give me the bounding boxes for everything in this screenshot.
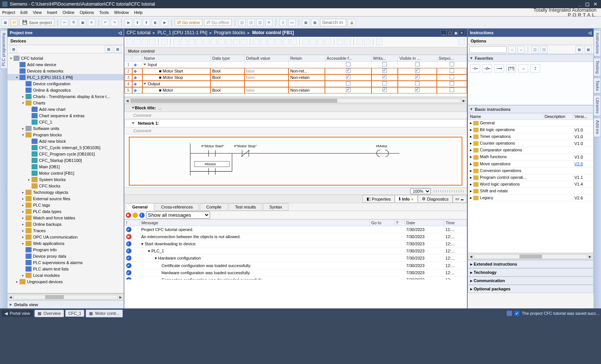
instruction-row[interactable]: ▸ Program control operati...V1.1 [468,174,593,181]
var-row[interactable]: 4◆ Output [125,81,467,87]
tree-expand-icon[interactable] [15,63,19,66]
tree-row[interactable]: ▾PLC_1 [CPU 1511-1 PN] [8,74,124,80]
etb-icon[interactable] [260,39,267,45]
project-tree-list[interactable]: ▾CFC tutorialAdd new deviceDevices & net… [8,53,124,293]
tree-expand-icon[interactable]: ▸ [21,273,25,277]
vtab-libraries[interactable]: Libraries [593,95,601,116]
tree-expand-icon[interactable]: ▸ [21,210,25,213]
tree-row[interactable]: ▸Ungrouped devices [8,278,124,285]
global-search-input[interactable] [320,19,346,26]
etb-icon[interactable] [337,39,343,45]
filter-warn-icon[interactable] [133,213,138,218]
etb-icon[interactable] [203,39,210,45]
checkbox[interactable] [346,75,350,79]
message-row[interactable]: Certificate configuration was loaded suc… [125,262,467,269]
favorites-body[interactable]: ⊣⊢⊣/⊢⟶[??]→⤴ [468,62,593,105]
communication-header[interactable]: ▸ Communication [468,276,593,285]
tree-row[interactable]: Online & diagnostics [8,87,124,93]
etb-icon[interactable] [268,39,274,45]
copy-icon[interactable]: ⧉ [70,19,77,26]
window-controls[interactable]: _ ▢ ✕ [578,2,599,7]
instruction-row[interactable]: ▸ Move operationsV2.6 [468,160,593,167]
tool-4-icon[interactable]: ▦ [302,19,310,26]
etb-icon[interactable] [344,39,351,45]
etb-icon[interactable] [317,39,324,45]
etb-icon[interactable] [364,39,370,45]
filter-info-icon[interactable] [139,213,145,218]
save-project-button[interactable]: 💾 Save project [20,19,54,26]
tree-expand-icon[interactable] [27,165,31,169]
var-row[interactable]: 2◆■ Motor StartBoolfalseNon-ret... [125,68,467,74]
tab-properties[interactable]: ◧ Properties [362,195,395,203]
go-offline-button[interactable]: ⇄ Go offline [204,19,232,26]
undo-icon[interactable]: ↶ [102,19,109,26]
tool-1-icon[interactable]: ◫ [238,19,246,26]
checkbox[interactable] [415,62,420,66]
menu-window[interactable]: Window [114,10,129,15]
portal-view-button[interactable]: ◀ Portal view [2,310,33,317]
bc-plc[interactable]: PLC_1 [CPU 1511-1 PN] [157,30,207,35]
instructions-table[interactable]: NameDescriptionVersi...▸ General▸ Bit lo… [468,113,593,201]
tree-expand-icon[interactable] [21,248,25,252]
tree-expand-icon[interactable] [27,152,31,156]
tree-row[interactable]: Device configuration [8,80,124,87]
checkbox[interactable] [346,81,350,86]
menu-project[interactable]: Project [2,10,15,15]
tree-expand-icon[interactable]: ▸ [21,229,25,233]
etb-icon[interactable] [127,39,133,45]
checkbox[interactable] [382,81,387,86]
variable-table[interactable]: NameData typeDefault valueRetainAccessib… [124,55,467,94]
opt-icon[interactable]: ▦ [584,46,592,53]
tree-row[interactable]: ▾Program blocks [8,131,124,138]
checkbox[interactable] [415,81,420,86]
block-title-row[interactable]: Block title: ... [124,104,467,112]
network1-header[interactable]: Network 1: [124,119,467,127]
tree-row[interactable]: PLC supervisions & alarms [8,259,124,266]
menu-view[interactable]: View [33,10,42,15]
subtab-xref[interactable]: Cross-references [155,203,199,211]
extended-instr-header[interactable]: ▸ Extended instructions [468,260,593,268]
bc-project[interactable]: CFC tutorial [127,30,151,35]
compile-icon[interactable]: ▶ [125,19,132,26]
etb-icon[interactable] [458,39,465,45]
tree-expand-icon[interactable] [21,267,25,271]
tree-expand-icon[interactable]: ▾ [21,133,25,137]
tool-2-icon[interactable]: ◫ [247,19,255,26]
tool-3-icon[interactable]: ◫ [256,19,264,26]
opt-pkg-header[interactable]: ▸ Optional packages [468,285,593,293]
checkbox[interactable] [450,68,454,73]
tree-row[interactable]: ▸Online backups [8,221,124,227]
vtab-instructions[interactable]: Instructions [593,30,601,56]
tree-expand-icon[interactable] [27,146,31,150]
start-icon[interactable]: ▶ [161,19,168,26]
cut-icon[interactable]: ✂ [61,19,68,26]
task-tab-overview[interactable]: ▦ Overview [35,310,64,317]
var-hscroll[interactable]: ◄► [124,97,467,104]
favorite-instruction-icon[interactable]: ⊣⊢ [470,64,480,72]
checkbox[interactable] [382,88,387,92]
editor-breadcrumb[interactable]: CFC tutorial▸ PLC_1 [CPU 1511-1 PN]▸ Pro… [124,29,467,37]
tree-row[interactable]: Devices & networks [8,68,124,74]
message-row[interactable]: An interconnection between the objects i… [125,233,467,240]
tree-expand-icon[interactable]: ▾ [9,56,13,60]
new-project-icon[interactable]: ▦ [2,19,9,26]
tree-row[interactable]: Device proxy data [8,253,124,259]
split-v-icon[interactable]: ▭ [288,19,296,26]
subtab-general[interactable]: General [126,203,154,211]
tree-expand-icon[interactable] [27,139,31,143]
tree-row[interactable]: CFC_Cyclic interrupt_5 [OB1035] [8,144,124,151]
editor-max-icon[interactable]: ▣ [453,30,459,35]
tree-row[interactable]: Main [OB1] [8,163,124,170]
tree-row[interactable]: Program info [8,246,124,253]
etb-icon[interactable] [241,39,247,45]
tree-expand-icon[interactable]: ▸ [21,190,25,194]
tree-expand-icon[interactable] [27,107,31,111]
etb-icon[interactable] [290,39,297,45]
tree-expand-icon[interactable] [27,120,31,124]
menu-options[interactable]: Options [80,10,94,15]
tree-view-2-icon[interactable]: ▦ [114,45,121,53]
tree-expand-icon[interactable]: ▸ [21,203,25,207]
tree-hscroll[interactable]: ◄ ► [8,293,124,300]
project-tree-collapse-icon[interactable]: ◁ [118,30,121,35]
menu-insert[interactable]: Insert [47,10,57,15]
